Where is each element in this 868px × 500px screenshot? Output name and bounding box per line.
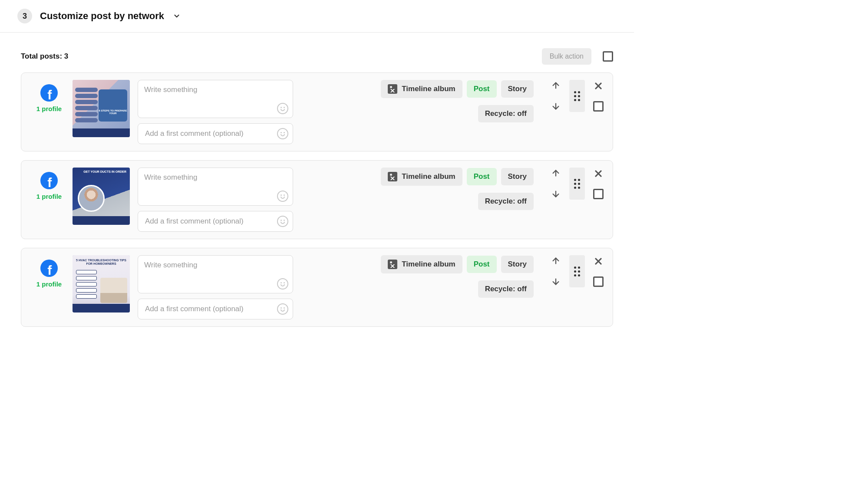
post-text-placeholder: Write something — [144, 261, 198, 269]
options-column: Timeline album Post Story Recycle: off — [301, 80, 534, 122]
compose-column: Write something Add a first comment (opt… — [138, 80, 293, 144]
timeline-album-button[interactable]: Timeline album — [381, 168, 462, 186]
post-card: 1 profile GET YOUR DUCTS IN ORDER Write … — [21, 160, 613, 239]
step-number: 3 — [23, 12, 27, 21]
post-type-tabs: Timeline album Post Story — [381, 168, 534, 186]
timeline-album-button[interactable]: Timeline album — [381, 80, 462, 98]
move-up-button[interactable] — [550, 168, 561, 179]
move-down-button[interactable] — [550, 101, 561, 112]
select-card-checkbox[interactable] — [593, 189, 604, 199]
network-column: 1 profile — [33, 255, 65, 288]
drag-handle[interactable] — [569, 255, 585, 287]
recycle-toggle[interactable]: Recycle: off — [478, 280, 534, 298]
section-title: Customize post by network — [40, 10, 164, 22]
profile-count: 1 profile — [36, 280, 62, 288]
move-down-button[interactable] — [550, 188, 561, 200]
post-thumbnail[interactable]: GET YOUR DUCTS IN ORDER — [73, 168, 130, 225]
emoji-icon[interactable] — [277, 278, 288, 289]
section-header: 3 Customize post by network — [0, 0, 634, 33]
recycle-toggle[interactable]: Recycle: off — [478, 193, 534, 210]
facebook-icon[interactable] — [40, 84, 58, 102]
network-column: 1 profile — [33, 80, 65, 112]
story-tab[interactable]: Story — [501, 168, 534, 185]
post-text-input[interactable]: Write something — [138, 80, 293, 118]
card-controls — [541, 168, 604, 200]
subheader-actions: Bulk action — [542, 48, 613, 65]
drag-handle[interactable] — [569, 168, 585, 200]
drag-icon — [574, 266, 580, 276]
first-comment-input[interactable]: Add a first comment (optional) — [138, 299, 293, 319]
story-tab[interactable]: Story — [501, 80, 534, 98]
remove-card-button[interactable] — [593, 168, 604, 179]
remove-card-button[interactable] — [593, 80, 604, 92]
card-controls — [541, 255, 604, 287]
total-posts-label: Total posts: 3 — [21, 52, 68, 61]
first-comment-placeholder: Add a first comment (optional) — [145, 129, 244, 138]
drag-handle[interactable] — [569, 80, 585, 112]
emoji-icon[interactable] — [277, 191, 288, 202]
network-column: 1 profile — [33, 168, 65, 200]
remove-card-button[interactable] — [593, 256, 604, 267]
post-card: 1 profile 6 STEPS TO PREPARE YOUR Write … — [21, 72, 613, 151]
emoji-icon[interactable] — [277, 103, 288, 114]
cards-list: 1 profile 6 STEPS TO PREPARE YOUR Write … — [0, 72, 634, 342]
options-column: Timeline album Post Story Recycle: off — [301, 168, 534, 210]
profile-count: 1 profile — [36, 193, 62, 200]
image-icon — [388, 84, 397, 94]
select-card-checkbox[interactable] — [593, 101, 604, 112]
first-comment-input[interactable]: Add a first comment (optional) — [138, 123, 293, 144]
profile-count: 1 profile — [36, 105, 62, 112]
recycle-toggle[interactable]: Recycle: off — [478, 105, 534, 122]
post-type-tabs: Timeline album Post Story — [381, 255, 534, 273]
step-badge: 3 — [17, 9, 32, 23]
drag-icon — [574, 179, 580, 189]
post-type-tabs: Timeline album Post Story — [381, 80, 534, 98]
image-icon — [388, 260, 397, 269]
drag-icon — [574, 91, 580, 101]
card-controls — [541, 80, 604, 112]
post-tab[interactable]: Post — [467, 80, 497, 98]
post-tab[interactable]: Post — [467, 256, 497, 273]
facebook-icon[interactable] — [40, 172, 58, 189]
post-card: 1 profile 5 HVAC TROUBLESHOOTING TIPS FO… — [21, 248, 613, 327]
facebook-icon[interactable] — [40, 260, 58, 277]
emoji-icon[interactable] — [277, 216, 288, 227]
post-thumbnail[interactable]: 6 STEPS TO PREPARE YOUR — [73, 80, 130, 137]
post-text-placeholder: Write something — [144, 86, 198, 94]
emoji-icon[interactable] — [277, 303, 288, 315]
chevron-down-icon[interactable] — [173, 12, 181, 20]
post-text-input[interactable]: Write something — [138, 255, 293, 293]
timeline-album-button[interactable]: Timeline album — [381, 255, 462, 273]
options-column: Timeline album Post Story Recycle: off — [301, 255, 534, 298]
first-comment-placeholder: Add a first comment (optional) — [145, 305, 244, 313]
post-text-placeholder: Write something — [144, 173, 198, 181]
post-tab[interactable]: Post — [467, 168, 497, 185]
move-up-button[interactable] — [550, 80, 561, 91]
subheader: Total posts: 3 Bulk action — [0, 33, 634, 72]
select-card-checkbox[interactable] — [593, 276, 604, 287]
move-down-button[interactable] — [550, 276, 561, 287]
post-text-input[interactable]: Write something — [138, 168, 293, 206]
bulk-action-button[interactable]: Bulk action — [542, 48, 591, 65]
select-all-checkbox[interactable] — [603, 51, 613, 62]
first-comment-placeholder: Add a first comment (optional) — [145, 217, 244, 226]
emoji-icon[interactable] — [277, 128, 288, 139]
move-up-button[interactable] — [550, 255, 561, 266]
story-tab[interactable]: Story — [501, 256, 534, 273]
compose-column: Write something Add a first comment (opt… — [138, 168, 293, 232]
compose-column: Write something Add a first comment (opt… — [138, 255, 293, 319]
first-comment-input[interactable]: Add a first comment (optional) — [138, 211, 293, 232]
image-icon — [388, 172, 397, 181]
post-thumbnail[interactable]: 5 HVAC TROUBLESHOOTING TIPS FOR HOMEOWNE… — [73, 255, 130, 312]
